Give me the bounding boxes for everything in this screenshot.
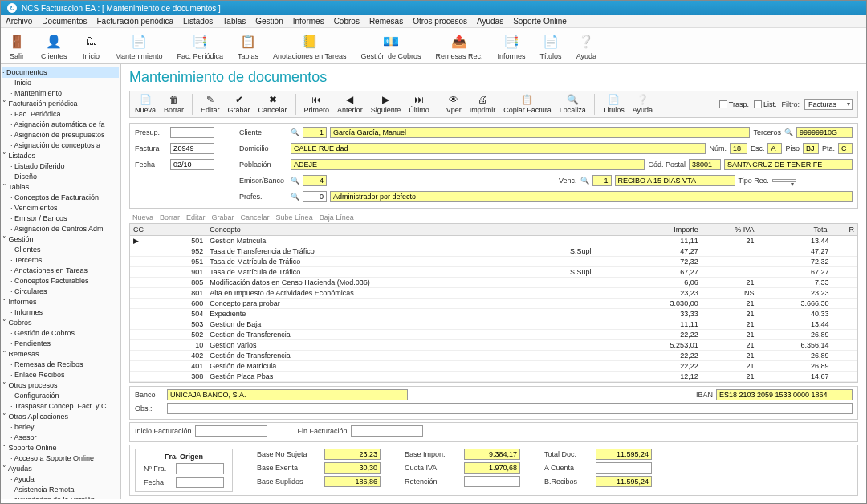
sidebar-item[interactable]: · Documentos — [2, 67, 119, 78]
menu-item[interactable]: Soporte Online — [513, 17, 567, 26]
subtoolbar-button[interactable]: ✎Editar — [201, 94, 220, 115]
table-row[interactable]: 503Gestion de Baja11,112113,44 — [130, 319, 857, 330]
menu-item[interactable]: Remesas — [369, 17, 403, 26]
sidebar-item[interactable]: · Clientes — [2, 245, 119, 255]
sidebar-item[interactable]: · Enlace Recibos — [2, 370, 119, 380]
sidebar-item[interactable]: · Acceso a Soporte Online — [2, 453, 119, 464]
table-row[interactable]: 901Tasa de Matrícula de TráficoS.Supl67,… — [130, 267, 857, 278]
toolbar-button[interactable]: 📑Informes — [498, 31, 526, 60]
sidebar-tree[interactable]: · Documentos· Inicio· Mantenimiento˅ Fac… — [1, 64, 121, 499]
sidebar-item[interactable]: · Vencimientos — [2, 203, 119, 213]
piso-input[interactable] — [803, 143, 819, 154]
toolbar-button[interactable]: 📄Mantenimiento — [116, 31, 163, 60]
sidebar-item[interactable]: · Conceptos Facturables — [2, 276, 119, 287]
table-row[interactable]: ▶501Gestion Matricula11,112113,44 — [130, 236, 857, 246]
table-row[interactable]: 805Modificación datos en Censo Hacienda … — [130, 278, 857, 288]
domicilio-input[interactable] — [291, 143, 706, 154]
sidebar-item[interactable]: · Terceros — [2, 255, 119, 266]
subtoolbar-button[interactable]: ⏭Último — [409, 94, 429, 115]
num-input[interactable] — [730, 143, 747, 154]
sidebar-item[interactable]: · Asignación de Centros Admi — [2, 224, 119, 234]
list-checkbox[interactable]: List. — [754, 100, 777, 108]
sidebar-item[interactable]: · Novedades de la Versión — [2, 495, 119, 499]
esc-input[interactable] — [767, 143, 782, 154]
subtoolbar-button[interactable]: 📄Nueva — [135, 94, 156, 115]
search-icon[interactable]: 🔍 — [291, 128, 299, 136]
subtoolbar-button[interactable]: 🖨Imprimir — [470, 94, 496, 115]
toolbar-button[interactable]: 💶Gestión de Cobros — [361, 31, 421, 60]
lines-toolbar-button[interactable]: Editar — [186, 213, 206, 222]
sidebar-item[interactable]: · Circulares — [2, 287, 119, 297]
sidebar-item[interactable]: ˅ Gestión — [2, 234, 119, 245]
menu-item[interactable]: Otros procesos — [413, 17, 467, 26]
table-row[interactable]: 504Expediente33,332140,33 — [130, 309, 857, 319]
lines-toolbar-button[interactable]: Grabar — [212, 213, 234, 222]
iban-input[interactable] — [716, 389, 853, 400]
toolbar-button[interactable]: 📑Fac. Periódica — [177, 31, 224, 60]
tfecha-input[interactable] — [176, 477, 224, 488]
emisor-input[interactable] — [303, 175, 327, 186]
table-row[interactable]: 801Alta en Impuesto de Actividades Econó… — [130, 288, 857, 299]
sidebar-item[interactable]: · Emisor / Bancos — [2, 213, 119, 224]
poblacion-input[interactable] — [291, 159, 645, 170]
bi-input[interactable] — [464, 449, 520, 460]
ac-input[interactable] — [596, 462, 652, 474]
lines-toolbar-button[interactable]: Baja Línea — [320, 213, 354, 222]
sidebar-item[interactable]: ˅ Otros procesos — [2, 380, 119, 391]
sidebar-item[interactable]: · Asesor — [2, 433, 119, 443]
factura-input[interactable] — [170, 143, 214, 154]
sidebar-item[interactable]: · Asignación de presupuestos — [2, 130, 119, 140]
sidebar-item[interactable]: · Asistencia Remota — [2, 485, 119, 495]
sidebar-item[interactable]: · Informes — [2, 307, 119, 318]
menu-item[interactable]: Informes — [293, 17, 324, 26]
tiporec-select[interactable] — [772, 179, 796, 182]
cliente-name-input[interactable] — [330, 127, 750, 138]
table-row[interactable]: 402Gestión de Transferencia22,222126,89 — [130, 351, 857, 361]
sidebar-item[interactable]: ˅ Tablas — [2, 182, 119, 193]
pta-input[interactable] — [838, 143, 853, 154]
sidebar-item[interactable]: · Diseño — [2, 172, 119, 182]
banco-input[interactable] — [167, 389, 408, 400]
subtoolbar-button[interactable]: 👁Vper — [446, 94, 462, 115]
sidebar-item[interactable]: · Inicio — [2, 78, 119, 88]
provincia-input[interactable] — [724, 159, 853, 170]
br-input[interactable] — [596, 476, 652, 487]
menu-item[interactable]: Cobros — [334, 17, 360, 26]
lines-toolbar-button[interactable]: Sube Línea — [276, 213, 313, 222]
search-icon[interactable]: 🔍 — [291, 177, 299, 185]
toolbar-button[interactable]: 📄Títulos — [540, 31, 562, 60]
subtoolbar-button[interactable]: ✖Cancelar — [258, 94, 287, 115]
subtoolbar-button[interactable]: ▶Siguiente — [371, 94, 401, 115]
toolbar-button[interactable]: 📤Remesas Rec. — [436, 31, 483, 60]
menu-item[interactable]: Tablas — [222, 17, 246, 26]
table-row[interactable]: 502Gestion de Transferencia22,222126,89 — [130, 330, 857, 340]
subtoolbar-button[interactable]: ❔Ayuda — [633, 94, 653, 115]
table-row[interactable]: 600Concepto para probar3.030,00213.666,3… — [130, 299, 857, 309]
be-input[interactable] — [324, 462, 381, 474]
sidebar-item[interactable]: · Ayuda — [2, 474, 119, 485]
venc-desc-input[interactable] — [615, 175, 735, 186]
presup-input[interactable] — [170, 127, 214, 138]
venc-input[interactable] — [592, 175, 612, 186]
search-icon[interactable]: 🔍 — [580, 177, 589, 185]
td-input[interactable] — [596, 449, 652, 460]
table-row[interactable]: 401Gestión de Matrícula22,222126,89 — [130, 361, 857, 372]
sidebar-item[interactable]: · Remesas de Recibos — [2, 360, 119, 370]
menu-item[interactable]: Gestión — [255, 17, 283, 26]
menu-item[interactable]: Listados — [183, 17, 213, 26]
sidebar-item[interactable]: · Traspasar Concep. Fact. y C — [2, 401, 119, 412]
search-icon[interactable]: 🔍 — [291, 193, 299, 201]
toolbar-button[interactable]: 🗂Inicio — [82, 31, 101, 60]
toolbar-button[interactable]: 🚪Salir — [7, 31, 26, 60]
sidebar-item[interactable]: · Asignación automática de fa — [2, 120, 119, 130]
sidebar-item[interactable]: · Conceptos de Facturación — [2, 193, 119, 203]
subtoolbar-button[interactable]: ✔Grabar — [228, 94, 250, 115]
lines-toolbar-button[interactable]: Borrar — [160, 213, 180, 222]
cp-input[interactable] — [689, 159, 721, 170]
profes-input[interactable] — [303, 191, 327, 202]
ci-input[interactable] — [464, 462, 520, 474]
sidebar-item[interactable]: · Anotaciones en Tareas — [2, 266, 119, 276]
toolbar-button[interactable]: ❔Ayuda — [576, 31, 596, 60]
menu-item[interactable]: Ayudas — [477, 17, 503, 26]
menu-item[interactable]: Facturación periódica — [97, 17, 174, 26]
